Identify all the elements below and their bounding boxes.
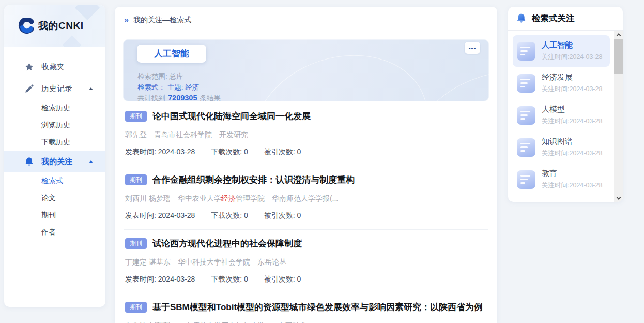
sub-item-label: 期刊 — [41, 211, 56, 220]
cnki-logo-icon — [18, 18, 34, 34]
article-list: 期刊 论中国式现代化陆海空间全域同一化发展 郭先登 青岛市社会科学院 开发研究 … — [115, 102, 497, 323]
publish-date: 发表时间: 2024-03-28 — [125, 148, 195, 156]
collapse-arrow-icon[interactable] — [89, 160, 93, 163]
download-count: 下载次数: 0 — [211, 148, 248, 156]
journal-badge: 期刊 — [125, 174, 147, 186]
publish-date: 发表时间: 2024-03-28 — [125, 211, 195, 219]
citation-count: 被引次数: 0 — [264, 148, 301, 156]
article-title[interactable]: 试论西方现代化进程中的社会保障制度 — [152, 238, 302, 249]
document-icon — [517, 170, 535, 189]
keyword-pill[interactable]: 人工智能 — [137, 45, 206, 63]
result-suffix: 条结果 — [200, 94, 221, 101]
scroll-down-icon[interactable] — [614, 194, 623, 202]
page: { "colors": { "accent": "#2465d8", "badg… — [0, 0, 644, 323]
sub-item-label: 论文 — [41, 194, 56, 203]
query-name: 人工智能 — [542, 40, 602, 50]
sidebar-item-history[interactable]: 历史记录 — [4, 78, 105, 99]
document-icon — [517, 106, 535, 125]
publish-date: 发表时间: 2024-03-28 — [125, 275, 195, 283]
logo-header: 我的CNKI — [4, 5, 105, 47]
citation-count: 被引次数: 0 — [264, 211, 301, 219]
query-name: 大模型 — [542, 105, 602, 114]
star-icon — [24, 62, 34, 72]
document-icon — [517, 42, 535, 61]
followed-query-card: 人工智能 ••• 检索范围: 总库 检索式： 主题: 经济 共计找到720930… — [123, 39, 489, 101]
more-options-button[interactable]: ••• — [465, 42, 480, 54]
sub-item-label: 检索式 — [41, 177, 63, 186]
sidebar-nav: 收藏夹 历史记录 检索历史 浏览历史 下载历史 — [4, 47, 105, 241]
right-panel-scrollbar[interactable] — [614, 31, 623, 202]
sidebar-item-label: 我的关注 — [41, 157, 72, 167]
followed-queries-list: 人工智能 关注时间:2024-03-28 经济发展 关注时间:2024-03-2… — [508, 31, 623, 202]
search-query-line: 检索式： 主题: 经济 — [137, 83, 199, 92]
history-pen-icon — [24, 83, 34, 94]
scrollbar-thumb[interactable] — [614, 39, 623, 74]
sidebar-item-authors[interactable]: 作者 — [4, 224, 105, 241]
sidebar-item-papers[interactable]: 论文 — [4, 189, 105, 207]
sidebar-item-label: 收藏夹 — [41, 62, 65, 72]
document-icon — [517, 74, 535, 93]
followed-query-item[interactable]: 知识图谱 关注时间:2024-03-28 — [513, 131, 610, 163]
download-count: 下载次数: 0 — [211, 275, 248, 283]
sidebar-item-label: 历史记录 — [41, 84, 72, 94]
panel-title: 检索式关注 — [532, 13, 575, 24]
breadcrumb-text: 我的关注—检索式 — [133, 16, 191, 25]
bell-icon — [24, 156, 34, 167]
article-meta: 发表时间: 2024-03-28 下载次数: 0 被引次数: 0 — [125, 148, 487, 157]
sub-item-label: 作者 — [41, 228, 56, 237]
collapse-arrow-icon[interactable] — [89, 87, 93, 90]
sidebar-item-search-history[interactable]: 检索历史 — [4, 99, 105, 116]
result-summary-line: 共计找到7209305条结果 — [137, 94, 221, 101]
sub-item-label: 下载历史 — [41, 138, 70, 147]
follow-submenu: 检索式 论文 期刊 作者 — [4, 172, 105, 241]
app-title: 我的CNKI — [38, 19, 83, 33]
follow-time: 关注时间:2024-03-28 — [542, 117, 602, 126]
sidebar-item-my-follow[interactable]: 我的关注 — [4, 151, 105, 172]
scroll-up-icon[interactable] — [614, 31, 623, 38]
article-title[interactable]: 合作金融组织剩余控制权安排：认识澄清与制度重构 — [152, 174, 355, 186]
journal-badge: 期刊 — [125, 238, 147, 249]
article-meta: 发表时间: 2024-03-28 下载次数: 0 被引次数: 0 — [125, 211, 487, 221]
article-item: 期刊 基于SBM模型和Tobit模型的资源型城市绿色发展效率与影响因素研究：以陕… — [124, 293, 488, 323]
sidebar-item-search-expression[interactable]: 检索式 — [4, 172, 105, 189]
followed-query-item[interactable]: 经济发展 关注时间:2024-03-28 — [513, 67, 610, 99]
journal-badge: 期刊 — [125, 111, 147, 122]
article-authors: 郭先登 青岛市社会科学院 开发研究 — [125, 130, 487, 140]
sub-item-label: 浏览历史 — [41, 121, 70, 130]
journal-badge: 期刊 — [125, 302, 147, 313]
article-authors: 刘西川 杨梦瑶 华中农业大学经济管理学院 华南师范大学学报(... — [125, 194, 487, 203]
article-item: 期刊 论中国式现代化陆海空间全域同一化发展 郭先登 青岛市社会科学院 开发研究 … — [124, 102, 488, 166]
double-chevron-icon: » — [124, 16, 129, 24]
query-name: 教育 — [542, 169, 602, 179]
sidebar-item-favorites[interactable]: 收藏夹 — [4, 56, 105, 78]
article-meta: 发表时间: 2024-03-28 下载次数: 0 被引次数: 0 — [125, 275, 487, 284]
search-scope-line: 检索范围: 总库 — [137, 72, 183, 81]
history-submenu: 检索历史 浏览历史 下载历史 — [4, 99, 105, 151]
followed-query-item[interactable]: 大模型 关注时间:2024-03-28 — [513, 99, 610, 131]
article-item: 期刊 合作金融组织剩余控制权安排：认识澄清与制度重构 刘西川 杨梦瑶 华中农业大… — [124, 166, 488, 230]
result-count[interactable]: 7209305 — [168, 94, 197, 101]
left-sidebar: 我的CNKI 收藏夹 历史记录 检索历史 浏览历史 — [4, 5, 105, 307]
panel-header: 检索式关注 — [508, 7, 623, 31]
follow-time: 关注时间:2024-03-28 — [542, 85, 602, 94]
sidebar-item-journals[interactable]: 期刊 — [4, 207, 105, 224]
followed-query-item[interactable]: 教育 关注时间:2024-03-28 — [513, 164, 610, 195]
article-authors: 丁建定 谌基东 华中科技大学社会学院 东岳论丛 — [125, 258, 487, 267]
document-icon — [517, 138, 535, 157]
result-prefix: 共计找到 — [137, 94, 165, 101]
follow-time: 关注时间:2024-03-28 — [542, 181, 602, 190]
article-title[interactable]: 论中国式现代化陆海空间全域同一化发展 — [152, 110, 311, 122]
main-content: » 我的关注—检索式 人工智能 ••• 检索范围: 总库 检索式： 主题: 经济… — [115, 7, 497, 323]
bell-icon — [516, 13, 527, 24]
follow-time: 关注时间:2024-03-28 — [542, 53, 602, 62]
download-count: 下载次数: 0 — [211, 211, 248, 219]
article-title[interactable]: 基于SBM模型和Tobit模型的资源型城市绿色发展效率与影响因素研究：以陕西省为… — [152, 301, 483, 313]
followed-query-item[interactable]: 人工智能 关注时间:2024-03-28 — [513, 35, 610, 67]
sidebar-item-browse-history[interactable]: 浏览历史 — [4, 116, 105, 134]
sub-item-label: 检索历史 — [41, 104, 70, 113]
citation-count: 被引次数: 0 — [264, 275, 301, 283]
article-item: 期刊 试论西方现代化进程中的社会保障制度 丁建定 谌基东 华中科技大学社会学院 … — [124, 230, 488, 293]
query-name: 经济发展 — [542, 72, 602, 82]
sidebar-item-download-history[interactable]: 下载历史 — [4, 134, 105, 151]
breadcrumb: » 我的关注—检索式 — [115, 7, 497, 32]
